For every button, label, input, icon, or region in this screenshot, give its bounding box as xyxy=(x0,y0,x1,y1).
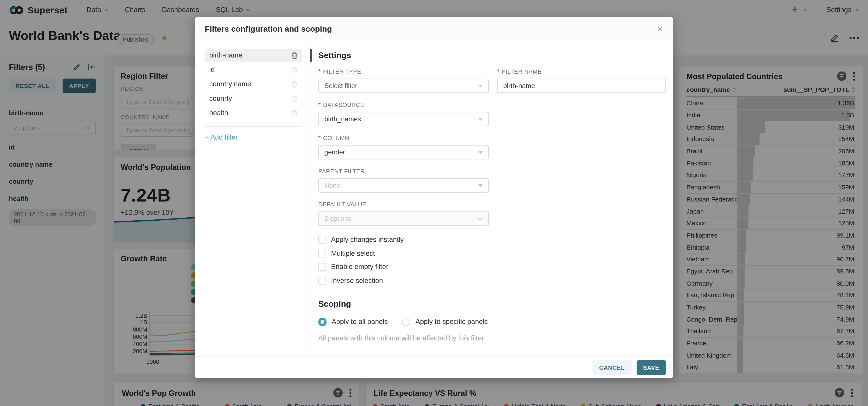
column-label: * COLUMN xyxy=(318,134,489,141)
required-asterisk: * xyxy=(318,68,321,75)
checkbox-unchecked[interactable] xyxy=(318,263,326,271)
chevron-down-icon xyxy=(478,184,483,187)
modal-footer: CANCEL SAVE xyxy=(195,356,673,378)
filter-list-item[interactable]: birth-name xyxy=(205,49,302,62)
filter-list-item[interactable]: health xyxy=(205,106,302,120)
filter-item-label: country name xyxy=(209,80,251,88)
datasource-label: * DATASOURCE xyxy=(318,101,489,108)
checkbox-row[interactable]: Apply changes instantly xyxy=(318,236,666,244)
required-asterisk: * xyxy=(318,101,321,108)
filter-item-label: health xyxy=(209,109,228,117)
trash-icon[interactable] xyxy=(291,52,298,59)
filters-config-modal: Filters configuration and scoping ✕ birt… xyxy=(195,17,673,378)
checkbox-row[interactable]: Multiple select xyxy=(318,249,666,257)
required-asterisk: * xyxy=(497,68,500,75)
modal-filter-list: birth-name id xyxy=(205,49,302,141)
chevron-down-icon xyxy=(477,217,483,220)
trash-icon[interactable] xyxy=(291,81,298,88)
checkbox-label: Enable empty filter xyxy=(331,263,389,271)
default-value-select[interactable]: 2 options xyxy=(318,212,489,226)
chevron-down-icon xyxy=(478,85,483,87)
checkbox-label: Multiple select xyxy=(331,249,375,257)
filter-list-divider xyxy=(205,126,302,127)
selected-filter-indicator xyxy=(310,49,311,62)
chevron-down-icon xyxy=(478,118,483,121)
scoping-note: All panels with this column will be affe… xyxy=(318,334,666,342)
radio-apply-all-label: Apply to all panels xyxy=(332,318,388,325)
required-asterisk: * xyxy=(318,134,321,141)
filter-name-label: * FILTER NAME xyxy=(497,68,666,75)
settings-pane: Settings * FILTER TYPE Select filter xyxy=(318,40,666,356)
filter-list-item[interactable]: id xyxy=(205,63,302,76)
filter-type-select[interactable]: Select filter xyxy=(318,79,489,93)
settings-heading: Settings xyxy=(318,50,666,60)
superset-app: Superset Data Charts Dashboards SQL Lab … xyxy=(0,0,868,406)
checkbox-unchecked[interactable] xyxy=(318,277,326,284)
filter-item-label: id xyxy=(209,66,214,74)
save-button[interactable]: SAVE xyxy=(637,361,666,375)
filter-item-label: counrty xyxy=(209,95,232,102)
checkbox-row[interactable]: Enable empty filter xyxy=(318,263,666,271)
filter-list-item[interactable]: counrty xyxy=(205,92,302,105)
trash-icon[interactable] xyxy=(291,109,298,117)
filter-list-item[interactable]: country name xyxy=(205,77,302,91)
chevron-down-icon xyxy=(478,151,483,154)
settings-checkboxes: Apply changes instantly Multiple select … xyxy=(318,236,666,284)
radio-apply-specific[interactable] xyxy=(402,317,410,326)
modal-body: birth-name id xyxy=(195,40,673,356)
trash-icon[interactable] xyxy=(291,66,298,73)
close-icon[interactable]: ✕ xyxy=(657,24,663,33)
checkbox-unchecked[interactable] xyxy=(318,249,326,257)
cancel-button[interactable]: CANCEL xyxy=(592,361,631,375)
parent-filter-select[interactable]: None xyxy=(318,178,489,193)
checkbox-label: Inverse selection xyxy=(331,277,383,284)
add-filter-link[interactable]: + Add filter xyxy=(205,133,302,141)
checkbox-row[interactable]: Inverse selection xyxy=(318,277,666,284)
filter-type-label: * FILTER TYPE xyxy=(318,68,489,75)
list-settings-divider xyxy=(311,40,311,356)
filter-name-input[interactable] xyxy=(497,79,666,93)
scoping-heading: Scoping xyxy=(318,299,666,308)
radio-apply-specific-label: Apply to specific panels xyxy=(415,318,488,325)
column-select[interactable]: gender xyxy=(318,145,489,159)
modal-title: Filters configuration and scoping xyxy=(205,24,332,33)
checkbox-unchecked[interactable] xyxy=(318,236,326,244)
default-value-label: DEFAULT VALUE xyxy=(318,201,489,208)
datasource-select[interactable]: birth_names xyxy=(318,112,489,126)
radio-apply-all-selected[interactable] xyxy=(318,317,327,326)
filter-item-label: birth-name xyxy=(209,52,242,59)
trash-icon[interactable] xyxy=(291,95,298,102)
checkbox-label: Apply changes instantly xyxy=(331,236,404,244)
parent-filter-label: PARENT FILTER xyxy=(318,168,489,175)
modal-header: Filters configuration and scoping ✕ xyxy=(195,17,673,40)
